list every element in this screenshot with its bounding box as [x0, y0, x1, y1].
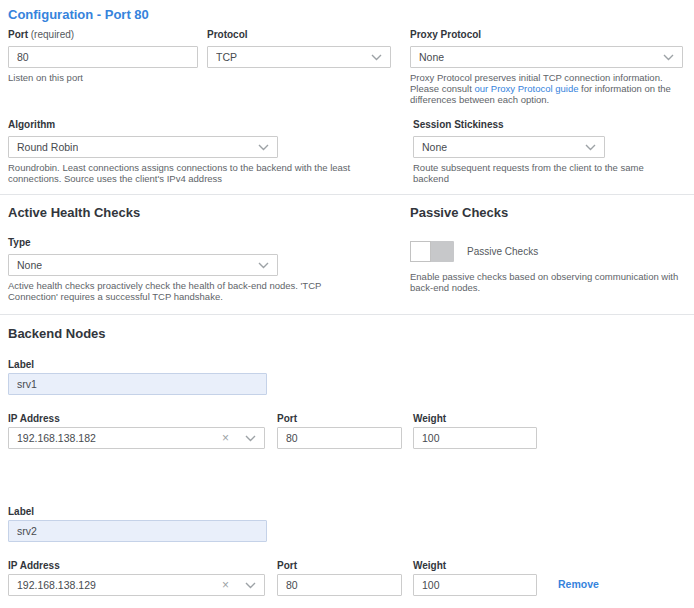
chevron-down-icon	[258, 144, 269, 151]
node-port-field-group: Port	[277, 413, 402, 449]
passive-checks-toggle-label: Passive Checks	[467, 246, 538, 257]
algorithm-field-group: Algorithm Round Robin Roundrobin. Least …	[8, 119, 278, 184]
session-stickiness-label: Session Stickiness	[413, 119, 605, 131]
port-label: Port (required)	[8, 29, 198, 41]
row-algorithm-stickiness: Algorithm Round Robin Roundrobin. Least …	[8, 119, 605, 184]
node-port-label: Port	[277, 560, 402, 572]
protocol-field-group: Protocol TCP	[207, 29, 391, 68]
clear-x-icon[interactable]: ×	[222, 432, 229, 444]
session-stickiness-field-group: Session Stickiness None Route subsequent…	[413, 119, 605, 184]
algorithm-helper: Roundrobin. Least connections assigns co…	[8, 162, 353, 184]
protocol-label: Protocol	[207, 29, 391, 41]
node-label-input[interactable]	[8, 520, 267, 542]
toggle-knob	[410, 241, 431, 262]
section-divider	[0, 314, 694, 315]
node-ip-label: IP Address	[8, 413, 265, 425]
row-port-protocol: Port (required) Listen on this port Prot…	[8, 29, 683, 105]
proxy-protocol-label: Proxy Protocol	[410, 29, 683, 41]
session-stickiness-helper: Route subsequent requests from the clien…	[413, 162, 663, 184]
node-weight-field-group: Weight	[413, 560, 537, 596]
node-weight-input[interactable]	[413, 574, 537, 596]
chevron-down-icon	[258, 262, 269, 269]
passive-checks-helper: Enable passive checks based on observing…	[410, 271, 694, 293]
proxy-protocol-select[interactable]: None	[410, 46, 683, 68]
node-ip-field-group: IP Address 192.168.138.129 ×	[8, 560, 265, 596]
node-ip-field-group: IP Address 192.168.138.182 ×	[8, 413, 265, 449]
passive-checks-toggle[interactable]	[410, 241, 454, 262]
node-weight-input[interactable]	[413, 427, 537, 449]
algorithm-select[interactable]: Round Robin	[8, 136, 278, 158]
health-check-type-field-group: Type None Active health checks proactive…	[8, 237, 278, 302]
chevron-down-icon	[245, 435, 256, 442]
port-input[interactable]	[8, 46, 198, 68]
node-address-row: IP Address 192.168.138.182 × Port Weight	[8, 413, 537, 449]
passive-checks-section: Passive Checks Passive Checks Enable pas…	[410, 205, 694, 293]
node-port-input[interactable]	[277, 574, 402, 596]
port-helper: Listen on this port	[8, 72, 198, 83]
node-address-row: IP Address 192.168.138.129 × Port Weight	[8, 560, 599, 596]
node-ip-select[interactable]: 192.168.138.129 ×	[8, 574, 265, 596]
node-port-field-group: Port	[277, 560, 402, 596]
passive-checks-heading: Passive Checks	[410, 205, 694, 221]
active-health-checks-heading: Active Health Checks	[8, 205, 410, 221]
passive-checks-toggle-row: Passive Checks	[410, 241, 694, 262]
node-weight-label: Weight	[413, 413, 537, 425]
backend-node-2: Label IP Address 192.168.138.129 × Port	[8, 506, 599, 596]
node-weight-field-group: Weight	[413, 413, 537, 449]
nodebalancer-config-panel: Configuration - Port 80 Port (required) …	[0, 0, 694, 608]
session-stickiness-select[interactable]: None	[413, 136, 605, 158]
node-weight-label: Weight	[413, 560, 537, 572]
chevron-down-icon	[663, 54, 674, 61]
port-field-group: Port (required) Listen on this port	[8, 29, 198, 83]
clear-x-icon[interactable]: ×	[222, 579, 229, 591]
active-health-checks-helper: Active health checks proactively check t…	[8, 280, 328, 302]
node-port-input[interactable]	[277, 427, 402, 449]
protocol-select[interactable]: TCP	[207, 46, 391, 68]
node-label-field-group: Label	[8, 359, 267, 395]
backend-node-1: Label IP Address 192.168.138.182 × Port	[8, 359, 537, 449]
remove-node-button[interactable]: Remove	[558, 578, 599, 590]
health-checks-row: Active Health Checks Type None Active he…	[8, 205, 694, 302]
node-ip-label: IP Address	[8, 560, 265, 572]
node-label-label: Label	[8, 506, 267, 518]
algorithm-label: Algorithm	[8, 119, 278, 131]
proxy-protocol-field-group: Proxy Protocol None Proxy Protocol prese…	[410, 29, 683, 105]
node-port-label: Port	[277, 413, 402, 425]
chevron-down-icon	[585, 144, 596, 151]
proxy-protocol-helper: Proxy Protocol preserves initial TCP con…	[410, 72, 683, 105]
node-label-label: Label	[8, 359, 267, 371]
node-ip-select[interactable]: 192.168.138.182 ×	[8, 427, 265, 449]
node-label-input[interactable]	[8, 373, 267, 395]
proxy-protocol-guide-link[interactable]: our Proxy Protocol guide	[474, 83, 578, 94]
required-note: (required)	[31, 29, 74, 40]
node-label-field-group: Label	[8, 506, 267, 542]
chevron-down-icon	[245, 582, 256, 589]
page-title: Configuration - Port 80	[8, 7, 149, 22]
chevron-down-icon	[371, 54, 382, 61]
section-divider	[0, 194, 694, 195]
backend-nodes-heading: Backend Nodes	[8, 326, 106, 342]
health-check-type-label: Type	[8, 237, 278, 249]
health-check-type-select[interactable]: None	[8, 254, 278, 276]
active-health-checks-section: Active Health Checks Type None Active he…	[8, 205, 410, 302]
